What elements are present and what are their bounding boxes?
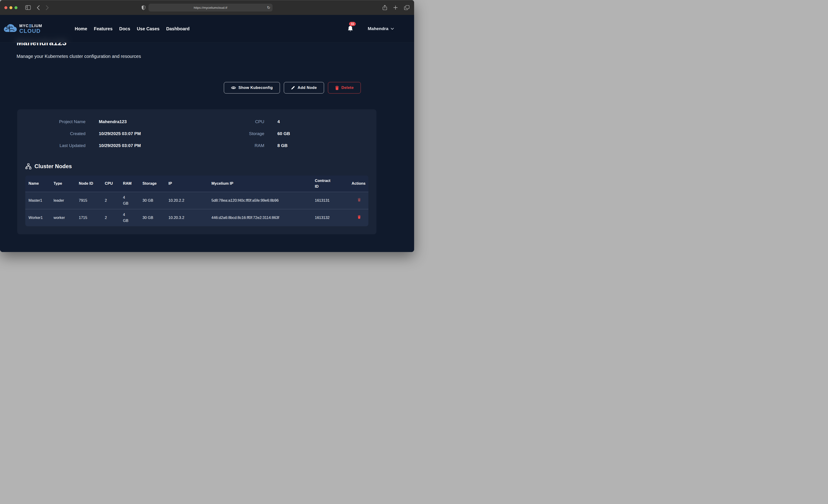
show-kubeconfig-button[interactable]: Show Kubeconfig	[224, 82, 280, 93]
share-icon[interactable]	[383, 5, 387, 10]
col-node-id: Node ID	[76, 175, 101, 192]
page-viewport: Mahendra123 Manage your Kubernetes clust…	[0, 15, 414, 252]
bell-icon	[347, 26, 354, 32]
cloud-logo-icon	[4, 24, 17, 34]
col-ram: RAM	[120, 175, 139, 192]
notifications-button[interactable]: 11	[347, 26, 354, 32]
forward-icon[interactable]	[46, 5, 49, 10]
node-contract-id: 1613131	[312, 192, 348, 209]
node-cpu: 2	[101, 209, 120, 226]
node-actions	[348, 209, 368, 226]
node-id: 7915	[76, 192, 101, 209]
cpu-label: CPU	[192, 119, 264, 124]
created-label: Created	[25, 131, 85, 136]
node-name: Worker1	[25, 209, 50, 226]
tab-overview-icon[interactable]	[404, 5, 410, 10]
col-name: Name	[25, 175, 50, 192]
close-window-button[interactable]	[4, 6, 7, 9]
col-storage: Storage	[139, 175, 165, 192]
mycelium-cloud-logo[interactable]: MYC LIUM CLOUD	[4, 24, 42, 34]
last-updated-label: Last Updated	[25, 143, 85, 148]
trash-icon	[358, 198, 361, 202]
eye-icon	[231, 86, 236, 90]
zoom-window-button[interactable]	[14, 6, 17, 9]
cpu-value: 4	[277, 119, 368, 124]
table-header-row: Name Type Node ID CPU RAM Storage IP Myc…	[25, 175, 368, 192]
reload-icon[interactable]: ↻	[267, 6, 270, 10]
cluster-nodes-table: Name Type Node ID CPU RAM Storage IP Myc…	[25, 175, 368, 226]
col-type: Type	[50, 175, 76, 192]
delete-node-button[interactable]	[358, 198, 361, 202]
page-subtitle: Manage your Kubernetes cluster configura…	[16, 53, 414, 59]
nav-item-dashboard[interactable]: Dashboard	[166, 26, 190, 32]
privacy-shield-icon[interactable]	[141, 5, 146, 10]
last-updated-value: 10/29/2025 03:07 PM	[99, 143, 192, 148]
node-storage: 30 GB	[139, 192, 165, 209]
nav-item-use-cases[interactable]: Use Cases	[137, 26, 160, 32]
node-name: Master1	[25, 192, 50, 209]
trash-icon	[358, 215, 361, 219]
cluster-details-panel: Project Name Mahendra123 CPU 4 Created 1…	[17, 109, 376, 234]
col-contract-id: Contract ID	[312, 175, 348, 192]
project-name-value: Mahendra123	[99, 119, 192, 124]
logo-word-top-right: LIUM	[32, 24, 42, 28]
col-mycelium-ip: Mycelium IP	[208, 175, 312, 192]
delete-cluster-button[interactable]: Delete	[328, 82, 361, 93]
logo-word-top-left: MYC	[19, 24, 29, 28]
node-ip: 10.20.2.2	[165, 192, 208, 209]
cluster-details-grid: Project Name Mahendra123 CPU 4 Created 1…	[25, 116, 368, 152]
node-id: 1715	[76, 209, 101, 226]
sidebar-toggle-icon[interactable]	[25, 5, 31, 10]
node-ram: 4 GB	[120, 209, 139, 226]
node-cpu: 2	[101, 192, 120, 209]
col-actions: Actions	[348, 175, 368, 192]
site-navbar: MYC LIUM CLOUD Home Features Docs Use Ca…	[0, 15, 414, 43]
cluster-nodes-title: Cluster Nodes	[35, 163, 72, 170]
cluster-actions-bar: Show Kubeconfig Add Node Delete	[0, 82, 361, 93]
trash-icon	[335, 86, 339, 90]
nav-item-docs[interactable]: Docs	[119, 26, 130, 32]
node-type: worker	[50, 209, 76, 226]
address-bar[interactable]: https://myceliumcloud.tf ↻	[149, 4, 273, 11]
ram-label: RAM	[192, 143, 264, 148]
nav-links: Home Features Docs Use Cases Dashboard	[75, 26, 190, 32]
node-actions	[348, 192, 368, 209]
table-row: Worker1 worker 1715 2 4 GB 30 GB 10.20.3…	[25, 209, 368, 226]
browser-window: https://myceliumcloud.tf ↻	[0, 0, 414, 252]
url-text: https://myceliumcloud.tf	[194, 6, 227, 9]
node-ram: 4 GB	[120, 192, 139, 209]
node-ip: 10.20.3.2	[165, 209, 208, 226]
cluster-nodes-header: Cluster Nodes	[25, 163, 368, 170]
minimize-window-button[interactable]	[9, 6, 12, 9]
delete-label: Delete	[341, 85, 354, 90]
col-ip: IP	[165, 175, 208, 192]
pencil-icon	[291, 86, 295, 90]
node-mycelium-ip: 5d8:78ea:a120:f40c:ff0f:a5fe:99e6:8b96	[208, 192, 312, 209]
back-icon[interactable]	[37, 5, 40, 10]
table-row: Master1 leader 7915 2 4 GB 30 GB 10.20.2…	[25, 192, 368, 209]
add-node-button[interactable]: Add Node	[284, 82, 324, 93]
new-tab-icon[interactable]	[393, 5, 398, 10]
user-name: Mahendra	[368, 26, 388, 31]
nav-item-features[interactable]: Features	[94, 26, 113, 32]
network-nodes-icon	[25, 163, 32, 170]
logo-bars-icon	[29, 24, 32, 27]
col-cpu: CPU	[101, 175, 120, 192]
node-type: leader	[50, 192, 76, 209]
project-name-label: Project Name	[25, 119, 85, 124]
show-kubeconfig-label: Show Kubeconfig	[239, 85, 273, 90]
node-storage: 30 GB	[139, 209, 165, 226]
logo-wordmark: MYC LIUM CLOUD	[19, 24, 42, 34]
user-menu[interactable]: Mahendra	[368, 26, 394, 31]
window-controls	[4, 6, 17, 9]
created-value: 10/29/2025 03:07 PM	[99, 131, 192, 136]
storage-value: 60 GB	[277, 131, 368, 136]
browser-toolbar: https://myceliumcloud.tf ↻	[0, 0, 414, 15]
node-mycelium-ip: 446:d2a6:8bcd:8c16:ff0f:72e2:3114:863f	[208, 209, 312, 226]
node-contract-id: 1613132	[312, 209, 348, 226]
storage-label: Storage	[192, 131, 264, 136]
nav-item-home[interactable]: Home	[75, 26, 87, 32]
chevron-down-icon	[391, 28, 394, 30]
delete-node-button[interactable]	[358, 215, 361, 219]
add-node-label: Add Node	[298, 85, 317, 90]
